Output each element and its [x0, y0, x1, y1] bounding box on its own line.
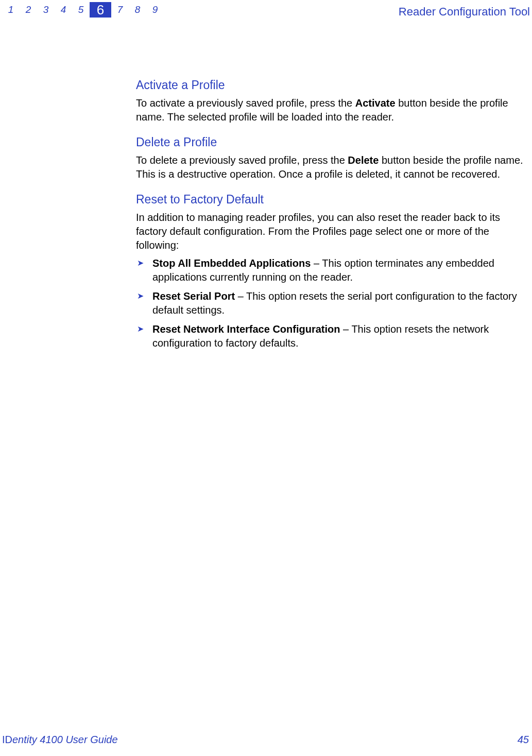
chapter-link-6-current[interactable]: 6	[90, 2, 111, 18]
list-item: Stop All Embedded Applications – This op…	[150, 256, 530, 284]
reset-options-list: Stop All Embedded Applications – This op…	[136, 256, 530, 350]
content-area: Activate a Profile To activate a previou…	[136, 67, 530, 355]
footer-id: ID	[2, 734, 12, 745]
bold-delete: Delete	[348, 154, 379, 166]
chapter-link-4[interactable]: 4	[55, 3, 72, 17]
text: To activate a previously saved profile, …	[136, 97, 355, 109]
footer-entity: entity	[12, 734, 37, 745]
heading-reset: Reset to Factory Default	[136, 193, 530, 207]
heading-activate: Activate a Profile	[136, 78, 530, 92]
chapter-link-5[interactable]: 5	[72, 3, 90, 17]
option-bold: Stop All Embedded Applications	[152, 257, 311, 269]
list-item: Reset Network Interface Configuration – …	[150, 322, 530, 350]
option-bold: Reset Network Interface Configuration	[152, 323, 340, 335]
list-item: Reset Serial Port – This option resets t…	[150, 289, 530, 317]
page-number: 45	[518, 734, 529, 746]
chapter-link-3[interactable]: 3	[37, 3, 55, 17]
para-reset-intro: In addition to managing reader profiles,…	[136, 211, 530, 252]
chapter-link-8[interactable]: 8	[129, 3, 146, 17]
chapter-link-9[interactable]: 9	[146, 3, 164, 17]
bold-activate: Activate	[355, 97, 396, 109]
page-header: 1 2 3 4 5 6 7 8 9 Reader Configuration T…	[0, 2, 532, 20]
doc-section-title: Reader Configuration Tool	[399, 5, 530, 19]
text: To delete a previously saved profile, pr…	[136, 154, 348, 166]
footer-rest: 4100 User Guide	[37, 734, 118, 745]
footer-guide-name: IDentity 4100 User Guide	[2, 734, 118, 745]
page-footer: IDentity 4100 User Guide 45	[2, 734, 529, 746]
para-activate: To activate a previously saved profile, …	[136, 96, 530, 124]
para-delete: To delete a previously saved profile, pr…	[136, 153, 530, 181]
option-bold: Reset Serial Port	[152, 290, 235, 302]
chapter-link-1[interactable]: 1	[2, 3, 20, 17]
chapter-link-7[interactable]: 7	[111, 3, 129, 17]
heading-delete: Delete a Profile	[136, 135, 530, 149]
chapter-link-2[interactable]: 2	[20, 3, 37, 17]
chapter-nav: 1 2 3 4 5 6 7 8 9	[2, 2, 164, 18]
